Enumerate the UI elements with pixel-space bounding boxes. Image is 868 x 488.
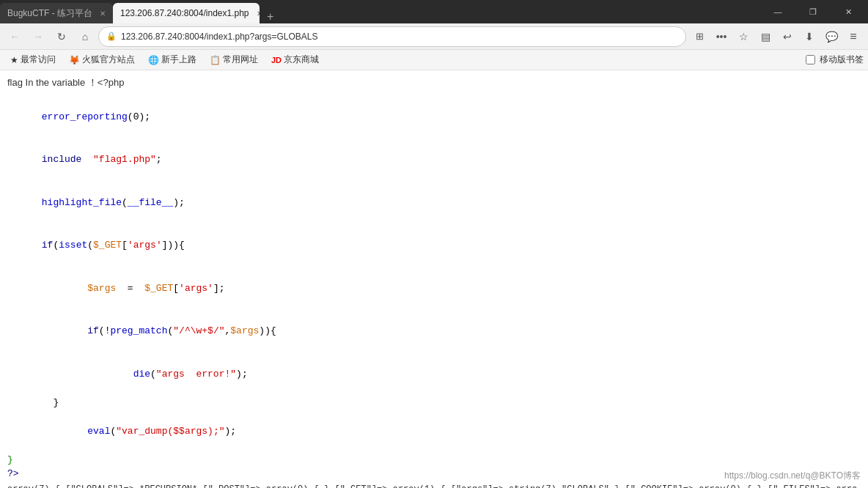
tab-bugku-close[interactable]: ✕	[100, 10, 106, 18]
tab-index1[interactable]: 123.206.87.240:8004/index1.php ✕	[113, 3, 260, 23]
bookmark-zuichang-label: 最常访问	[21, 53, 56, 66]
home-button[interactable]: ⌂	[75, 26, 95, 47]
tab-index1-label: 123.206.87.240:8004/index1.php	[120, 8, 249, 18]
restore-button[interactable]: ❐	[796, 0, 830, 23]
bookmark-changyong[interactable]: 📋 常用网址	[204, 52, 264, 67]
code-line-8: }	[7, 396, 861, 410]
chat-icon[interactable]: 💬	[821, 26, 842, 47]
download-icon[interactable]: ⬇	[799, 26, 820, 47]
code-line-7: die("args error!");	[7, 352, 861, 396]
reader-view-icon[interactable]: ⊞	[689, 26, 710, 47]
bookmark-xinshou-label: 新手上路	[161, 53, 196, 66]
bookmark-huohu-label: 火狐官方站点	[82, 53, 135, 66]
code-line-2: include "flag1.php";	[7, 138, 861, 182]
mobile-bookmarks-checkbox[interactable]	[806, 55, 815, 64]
tab-bugku[interactable]: BugkuCTF - 练习平台 ✕	[0, 3, 113, 23]
refresh-button[interactable]: ↻	[51, 26, 72, 47]
bookmark-xinshou[interactable]: 🌐 新手上路	[142, 52, 202, 67]
close-button[interactable]: ✕	[831, 0, 865, 23]
bookmark-zuichang[interactable]: ★ 最常访问	[4, 52, 62, 67]
bookmark-changyong-icon: 📋	[210, 55, 221, 65]
code-line-1: error_reporting(0);	[7, 95, 861, 138]
bookmark-jingdong-label: 京东商城	[284, 53, 319, 66]
sync-icon[interactable]: ↩	[777, 26, 798, 47]
bookmark-zuichang-icon: ★	[10, 55, 18, 65]
page-content: flag In the variable ！<?php error_report…	[0, 70, 868, 488]
page-title: flag In the variable ！<?php	[7, 76, 861, 89]
code-line-5: $args = $_GET['args'];	[7, 267, 861, 310]
tab-index1-close[interactable]: ✕	[257, 10, 260, 18]
address-bar[interactable]: 🔒 123.206.87.240:8004/index1.php?args=GL…	[98, 26, 686, 47]
code-block: error_reporting(0); include "flag1.php";…	[7, 95, 861, 481]
nav-bar: ← → ↻ ⌂ 🔒 123.206.87.240:8004/index1.php…	[0, 23, 868, 50]
code-line-3: highlight_file(__file__);	[7, 181, 861, 224]
code-line-6: if(!preg_match("/^\w+$/",$args)){	[7, 310, 861, 353]
tabs-area: BugkuCTF - 练习平台 ✕ 123.206.87.240:8004/in…	[0, 0, 761, 23]
mobile-bookmarks: 移动版书签	[806, 53, 864, 66]
bookmark-huohu-icon: 🦊	[69, 55, 80, 65]
bookmarks-bar: ★ 最常访问 🦊 火狐官方站点 🌐 新手上路 📋 常用网址 JD 京东商城 移动…	[0, 50, 868, 70]
bookmark-jingdong[interactable]: JD 京东商城	[265, 52, 325, 67]
forward-button[interactable]: →	[28, 26, 48, 47]
code-line-9: eval("var_dump($$args);");	[7, 410, 861, 453]
bookmark-jingdong-icon: JD	[271, 56, 282, 64]
window-controls: — ❐ ✕	[761, 0, 868, 23]
bookmark-changyong-label: 常用网址	[223, 53, 258, 66]
tab-bugku-label: BugkuCTF - 练习平台	[7, 7, 92, 20]
lock-icon: 🔒	[106, 32, 117, 41]
output-line-1: array(7) { ["GLOBALS"]=> *RECURSION* ["_…	[7, 484, 861, 489]
more-button[interactable]: •••	[711, 26, 732, 47]
menu-button[interactable]: ≡	[843, 26, 864, 47]
code-line-10: }	[7, 453, 861, 467]
code-func-1: error_reporting	[42, 111, 128, 122]
back-button[interactable]: ←	[4, 26, 25, 47]
bookmark-xinshou-icon: 🌐	[148, 55, 159, 65]
mobile-bookmarks-label: 移动版书签	[820, 53, 864, 66]
new-tab-button[interactable]: +	[262, 10, 278, 23]
star-button[interactable]: ☆	[733, 26, 754, 47]
sidebar-icon[interactable]: ▤	[755, 26, 776, 47]
watermark: https://blog.csdn.net/q@BKTO博客	[724, 470, 861, 482]
nav-actions: ⊞ ••• ☆ ▤ ↩ ⬇ 💬 ≡	[689, 26, 864, 47]
code-line-4: if(isset($_GET['args'])){	[7, 224, 861, 267]
bookmark-huohu[interactable]: 🦊 火狐官方站点	[63, 52, 141, 67]
title-bar: BugkuCTF - 练习平台 ✕ 123.206.87.240:8004/in…	[0, 0, 868, 23]
minimize-button[interactable]: —	[761, 0, 795, 23]
url-text: 123.206.87.240:8004/index1.php?args=GLOB…	[121, 32, 678, 42]
